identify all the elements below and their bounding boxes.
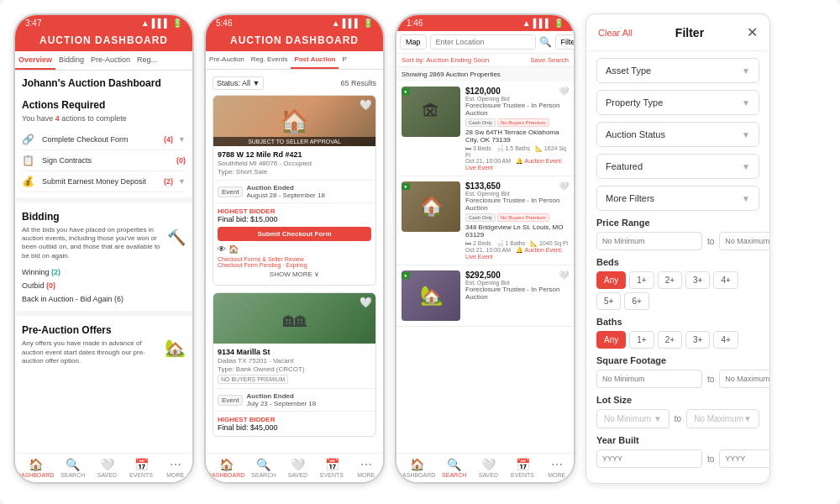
beds-any-btn[interactable]: Any <box>596 271 626 289</box>
heart-save-1[interactable]: 🤍 <box>559 87 569 96</box>
lot-max-label: No Maximum <box>694 414 743 423</box>
clear-all-button[interactable]: Clear All <box>598 28 633 38</box>
p2-nav-events[interactable]: 📅 EVENTS <box>315 454 349 482</box>
nav-post-auction[interactable]: Post Auction <box>291 51 339 69</box>
baths-2plus-btn[interactable]: 2+ <box>658 331 682 349</box>
action-checkout[interactable]: 🔗 Complete Checkout Form (4) ▼ <box>22 129 186 150</box>
year-min-input[interactable] <box>596 449 702 468</box>
p3-nav-events[interactable]: 📅 EVENTS <box>506 454 540 482</box>
bid-section-1: HIGHEST BIDDER Final bid: $15,000 Submit… <box>213 202 375 285</box>
featured-dropdown[interactable]: Featured ▼ <box>596 154 759 179</box>
search-icon-3[interactable]: 🔍 <box>539 36 552 48</box>
property-type-chevron: ▼ <box>742 98 750 108</box>
battery-icon-2: 🔋 <box>363 18 373 28</box>
lot-max-select[interactable]: No Maximum ▼ <box>686 409 759 428</box>
beds-1plus-btn[interactable]: 1+ <box>629 271 654 289</box>
sqft-max-input[interactable] <box>719 370 769 388</box>
price-to-label: to <box>707 237 714 246</box>
p3-nav-dashboard[interactable]: 🏠 DASHBOARD <box>396 454 437 482</box>
baths-4plus-btn[interactable]: 4+ <box>713 331 738 349</box>
dashboard-icon: 🏠 <box>29 458 43 471</box>
heart-2[interactable]: 🤍 <box>360 297 372 308</box>
phone-2: 5:46 ▲ ▌▌▌ 🔋 AUCTION DASHBOARD Pre-Aucti… <box>204 13 385 484</box>
checkout-pending: Checkout Forms & Seller Review <box>218 256 371 262</box>
property-type-label: Property Type <box>606 97 663 108</box>
p2-events-label: EVENTS <box>320 472 344 478</box>
deposit-count: (2) <box>164 177 173 186</box>
nav-p[interactable]: P <box>339 51 349 69</box>
prop-details-1: $120,000 Est. Opening Bid 🤍 Foreclosure … <box>465 87 569 171</box>
saved-icon: 🤍 <box>100 458 114 471</box>
no-buyers-badge-2: No Buyers Premium <box>497 213 549 222</box>
listing-info-1: 9788 W 12 Mile Rd #421 Southfield MI 480… <box>213 146 375 180</box>
auction-status-dropdown[interactable]: Auction Status ▼ <box>596 122 759 147</box>
sort-label: Sort by: Auction Ending Soon <box>402 56 489 64</box>
p2-nav-more[interactable]: ⋯ MORE <box>349 454 383 482</box>
bottom-nav-saved[interactable]: 🤍 SAVED <box>90 454 124 482</box>
prop-price-label-1: Est. Opening Bid <box>465 96 510 102</box>
heart-save-2[interactable]: 🤍 <box>559 181 569 191</box>
status-filter[interactable]: Status: All ▼ <box>213 76 264 90</box>
p2-nav-dashboard[interactable]: 🏠 DASHBOARD <box>206 454 246 482</box>
beds-btn-group: Any 1+ 2+ 3+ 4+ 5+ 6+ <box>596 271 759 310</box>
prop-tag-3: ● <box>402 272 410 279</box>
sqft-min-input[interactable] <box>596 370 702 388</box>
beds-4plus-btn[interactable]: 4+ <box>713 271 738 289</box>
nav-overview[interactable]: Overview <box>15 51 55 70</box>
action-contracts[interactable]: 📋 Sign Contracts (0) <box>22 150 186 171</box>
nav-registered[interactable]: Reg... <box>134 51 160 70</box>
submit-checkout-btn-1[interactable]: Submit Checkout Form <box>218 227 371 241</box>
nav-preauction[interactable]: Pre-Auction <box>87 51 134 70</box>
bidding-header: Bidding All the bids you have placed on … <box>22 211 186 266</box>
nav-bidding[interactable]: Bidding <box>55 51 87 70</box>
price-max-input[interactable] <box>719 232 769 250</box>
p2-nav-search[interactable]: 🔍 SEARCH <box>246 454 281 482</box>
bottom-nav-search[interactable]: 🔍 SEARCH <box>55 454 90 482</box>
p3-search-label: SEARCH <box>442 472 466 478</box>
sqft-range-row: to <box>596 370 759 388</box>
baths-any-btn[interactable]: Any <box>596 331 626 349</box>
beds-6plus-btn[interactable]: 6+ <box>624 292 648 310</box>
year-max-input[interactable] <box>719 449 769 468</box>
nav-reg-events[interactable]: Reg. Events <box>248 51 291 69</box>
p3-nav-search[interactable]: 🔍 SEARCH <box>437 454 471 482</box>
prop-price-label-2: Est. Opening Bid <box>465 191 510 197</box>
bottom-nav-dashboard[interactable]: 🏠 DASHBOARD <box>15 454 55 482</box>
more-filters-dropdown[interactable]: More Filters ▼ <box>596 186 759 211</box>
p2-nav-saved[interactable]: 🤍 SAVED <box>281 454 315 482</box>
price-min-input[interactable] <box>596 232 702 250</box>
bottom-nav-more[interactable]: ⋯ MORE <box>158 454 192 482</box>
eye-icon: 👁 <box>218 244 226 254</box>
baths-1plus-btn[interactable]: 1+ <box>629 331 654 349</box>
heart-1[interactable]: 🤍 <box>360 99 372 111</box>
asset-type-label: Asset Type <box>606 66 651 76</box>
beds-2plus-btn[interactable]: 2+ <box>658 271 682 289</box>
auction-dates-1: August 28 - September 18 <box>246 192 324 199</box>
close-filter-button[interactable]: ✕ <box>747 24 758 40</box>
prop-tag-1: ● <box>402 88 410 95</box>
show-more-1[interactable]: SHOW MORE ∨ <box>218 270 371 278</box>
beds-3plus-btn[interactable]: 3+ <box>685 271 710 289</box>
prop-price-label-3: Est. Opening Bid <box>465 280 510 286</box>
location-search-input[interactable] <box>430 34 536 50</box>
prop-type-2: Foreclosure Trustee - In Person Auction <box>465 197 569 212</box>
baths-3plus-btn[interactable]: 3+ <box>685 331 710 349</box>
nav-preauction-offers[interactable]: Pre-Auction <box>206 51 248 69</box>
lot-min-select[interactable]: No Minimum ▼ <box>596 409 669 428</box>
bottom-nav-events[interactable]: 📅 EVENTS <box>124 454 159 482</box>
final-bid-1: Final bid: $15,000 <box>218 215 371 223</box>
year-built-row: to <box>596 449 759 468</box>
p2-saved-label: SAVED <box>288 472 307 478</box>
asset-type-dropdown[interactable]: Asset Type ▼ <box>596 58 759 83</box>
action-deposit[interactable]: 💰 Submit Earnest Money Deposit (2) ▼ <box>22 171 186 192</box>
status-icons-3: ▲ ▌▌▌ 🔋 <box>522 18 564 28</box>
save-search-button[interactable]: Save Search <box>530 56 569 64</box>
beds-5plus-btn[interactable]: 5+ <box>596 292 621 310</box>
p3-nav-saved[interactable]: 🤍 SAVED <box>471 454 506 482</box>
property-type-dropdown[interactable]: Property Type ▼ <box>596 90 759 115</box>
heart-save-3[interactable]: 🤍 <box>559 270 569 280</box>
p3-nav-more[interactable]: ⋯ MORE <box>539 454 574 482</box>
filters-button[interactable]: Filters <box>555 34 575 50</box>
seller-approval-1: SUBJECT TO SELLER APPROVAL <box>213 137 375 146</box>
map-button[interactable]: Map <box>400 34 427 50</box>
